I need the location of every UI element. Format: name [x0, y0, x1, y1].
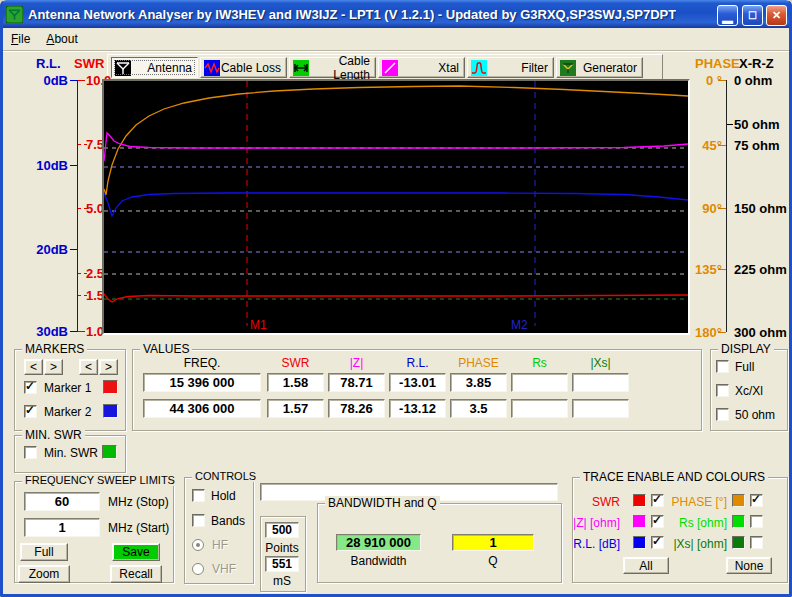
min-swr-checkbox[interactable]	[24, 446, 37, 459]
display-full-checkbox[interactable]	[716, 360, 729, 373]
trace-xs-swatch[interactable]	[732, 536, 745, 549]
value-m1-swr: 1.58	[267, 373, 324, 392]
minimize-button[interactable]: ▬	[717, 5, 738, 26]
cable-length-icon	[293, 60, 309, 76]
marker-label-M2: M2	[511, 318, 528, 332]
all-button[interactable]: All	[623, 557, 669, 574]
value-m1-phase: 3.85	[450, 373, 507, 392]
controls-group-title: CONTROLS	[192, 470, 259, 482]
toolbar-button-cable-loss[interactable]: Cable Loss	[200, 57, 287, 78]
recall-button[interactable]: Recall	[110, 565, 162, 583]
marker2-color-swatch[interactable]	[103, 404, 118, 418]
rl-tick-label: 0dB	[34, 73, 68, 88]
trace-swr-swatch[interactable]	[633, 494, 646, 507]
rl-tick	[70, 331, 77, 332]
value-m1-freq: 15 396 000	[143, 373, 261, 392]
stop-frequency-input[interactable]: 60	[24, 492, 100, 511]
trace-rl-swatch[interactable]	[633, 536, 646, 549]
arrow-left-icon: <	[30, 360, 37, 374]
trace-group-title: TRACE ENABLE AND COLOURS	[580, 470, 768, 484]
ohm-tick-label: 75 ohm	[734, 138, 780, 153]
min-swr-color-swatch[interactable]	[102, 445, 117, 459]
values-group-title: VALUES	[140, 342, 192, 356]
phase-tick-label: 135°	[690, 262, 722, 277]
vhf-radio[interactable]	[192, 563, 204, 575]
toolbar-button-xtal[interactable]: Xtal	[378, 57, 465, 78]
trace-phase-swatch[interactable]	[732, 494, 745, 507]
bands-checkbox[interactable]	[192, 514, 205, 527]
value-m2-z: 78.26	[328, 399, 385, 418]
toolbar-label: Generator	[576, 61, 642, 75]
menu-about[interactable]: About	[38, 30, 85, 48]
display-xcxl-label: Xc/Xl	[735, 384, 763, 398]
toolbar-button-filter[interactable]: Filter	[467, 57, 554, 78]
trace-xs-checkbox[interactable]	[750, 536, 763, 549]
marker2-right-button[interactable]: >	[99, 359, 118, 375]
title-bar[interactable]: Antenna Network Analyser by IW3HEV and I…	[0, 0, 792, 28]
phase-tick-label: 45°	[690, 138, 722, 153]
cable-loss-icon	[204, 60, 220, 76]
rl-tick	[70, 249, 77, 250]
antenna-icon	[115, 60, 131, 76]
hold-checkbox[interactable]	[192, 489, 205, 502]
menu-file[interactable]: File	[3, 30, 38, 48]
phase-tick-label: 180°	[690, 325, 722, 340]
window-title: Antenna Network Analyser by IW3HEV and I…	[28, 7, 676, 22]
trace-rs-label: Rs [ohm]	[660, 516, 727, 530]
swr-axis-title: SWR	[74, 56, 104, 71]
toolbar-button-generator[interactable]: Generator	[556, 57, 643, 78]
bandwidth-value: 28 910 000	[336, 534, 421, 551]
swr-tick	[78, 80, 85, 81]
z-trace	[104, 133, 688, 161]
ohm-tick	[727, 124, 733, 125]
phase-tick-label: 0 °	[690, 73, 722, 88]
trace-rs-checkbox[interactable]	[750, 515, 763, 528]
marker2-checkbox[interactable]	[24, 405, 37, 418]
values-header-rl: R.L.	[389, 356, 446, 370]
value-m2-rs	[511, 399, 568, 418]
save-button[interactable]: Save	[112, 543, 160, 561]
display-group-title: DISPLAY	[718, 342, 774, 356]
value-m2-swr: 1.57	[267, 399, 324, 418]
value-m1-rs	[511, 373, 568, 392]
close-button[interactable]: ✕	[766, 5, 787, 26]
sweep-plot[interactable]: M1M2	[102, 79, 690, 335]
value-m1-z: 78.71	[328, 373, 385, 392]
close-icon: ✕	[772, 9, 781, 22]
marker2-left-button[interactable]: <	[79, 359, 98, 375]
full-button[interactable]: Full	[20, 543, 68, 561]
swr-trace	[104, 294, 688, 302]
none-button[interactable]: None	[726, 557, 772, 574]
marker1-right-button[interactable]: >	[44, 359, 63, 375]
toolbar-label: Cable Loss	[220, 61, 286, 75]
values-header-swr: SWR	[267, 356, 324, 370]
maximize-button[interactable]: ☐	[742, 5, 763, 26]
start-frequency-input[interactable]: 1	[24, 518, 100, 537]
min-swr-label: Min. SWR	[44, 446, 98, 460]
marker1-left-button[interactable]: <	[24, 359, 43, 375]
app-window: Antenna Network Analyser by IW3HEV and I…	[0, 0, 792, 597]
chart-svg: M1M2	[104, 81, 688, 333]
ms-value: 551	[265, 556, 299, 572]
min-swr-group-title: MIN. SWR	[22, 428, 85, 442]
values-header-z: |Z|	[328, 356, 385, 370]
hf-radio[interactable]	[192, 539, 204, 551]
display-50ohm-checkbox[interactable]	[716, 408, 729, 421]
points-value: 500	[265, 522, 299, 538]
toolbar-label: Xtal	[398, 61, 464, 75]
display-xcxl-checkbox[interactable]	[716, 384, 729, 397]
toolbar-button-cable-length[interactable]: Cable Length	[289, 57, 376, 78]
right-axis-line	[726, 80, 727, 332]
zoom-button[interactable]: Zoom	[18, 565, 70, 583]
trace-rs-swatch[interactable]	[732, 515, 745, 528]
values-header-rs: Rs	[511, 356, 568, 370]
trace-phase-checkbox[interactable]	[750, 494, 763, 507]
marker-label-M1: M1	[250, 318, 267, 332]
maximize-icon: ☐	[748, 10, 757, 21]
marker1-checkbox[interactable]	[24, 381, 37, 394]
hold-label: Hold	[211, 489, 236, 503]
value-m2-xs	[572, 399, 629, 418]
trace-z-swatch[interactable]	[633, 515, 646, 528]
marker1-color-swatch[interactable]	[103, 380, 118, 394]
toolbar-button-antenna[interactable]: Antenna	[111, 57, 198, 78]
